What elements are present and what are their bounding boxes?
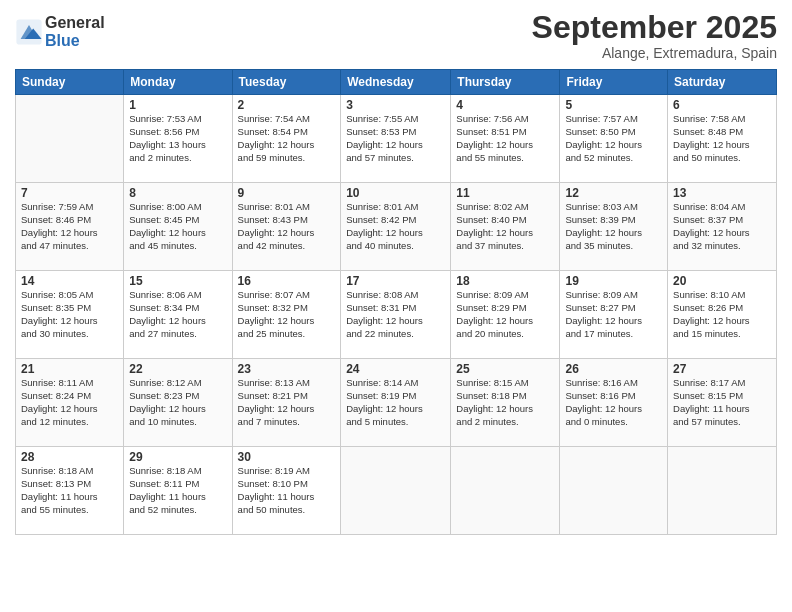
day-number: 2 [238,98,336,112]
calendar-header-saturday: Saturday [668,70,777,95]
day-number: 11 [456,186,554,200]
calendar-cell [451,447,560,535]
calendar-cell: 21Sunrise: 8:11 AM Sunset: 8:24 PM Dayli… [16,359,124,447]
logo-general-text: General [45,14,105,32]
day-number: 23 [238,362,336,376]
day-number: 10 [346,186,445,200]
calendar-week-2: 7Sunrise: 7:59 AM Sunset: 8:46 PM Daylig… [16,183,777,271]
day-info: Sunrise: 8:10 AM Sunset: 8:26 PM Dayligh… [673,289,771,340]
day-info: Sunrise: 7:55 AM Sunset: 8:53 PM Dayligh… [346,113,445,164]
day-number: 7 [21,186,118,200]
day-info: Sunrise: 8:17 AM Sunset: 8:15 PM Dayligh… [673,377,771,428]
logo: General Blue [15,14,105,49]
calendar-header-wednesday: Wednesday [341,70,451,95]
header: General Blue September 2025 Alange, Extr… [15,10,777,61]
day-info: Sunrise: 8:01 AM Sunset: 8:43 PM Dayligh… [238,201,336,252]
calendar-cell: 15Sunrise: 8:06 AM Sunset: 8:34 PM Dayli… [124,271,232,359]
calendar-table: SundayMondayTuesdayWednesdayThursdayFrid… [15,69,777,535]
day-number: 8 [129,186,226,200]
calendar-cell: 10Sunrise: 8:01 AM Sunset: 8:42 PM Dayli… [341,183,451,271]
calendar-cell: 24Sunrise: 8:14 AM Sunset: 8:19 PM Dayli… [341,359,451,447]
calendar-cell: 29Sunrise: 8:18 AM Sunset: 8:11 PM Dayli… [124,447,232,535]
calendar-cell: 12Sunrise: 8:03 AM Sunset: 8:39 PM Dayli… [560,183,668,271]
day-info: Sunrise: 8:01 AM Sunset: 8:42 PM Dayligh… [346,201,445,252]
calendar-header-tuesday: Tuesday [232,70,341,95]
calendar-cell: 18Sunrise: 8:09 AM Sunset: 8:29 PM Dayli… [451,271,560,359]
day-info: Sunrise: 8:18 AM Sunset: 8:11 PM Dayligh… [129,465,226,516]
day-info: Sunrise: 7:59 AM Sunset: 8:46 PM Dayligh… [21,201,118,252]
day-info: Sunrise: 8:08 AM Sunset: 8:31 PM Dayligh… [346,289,445,340]
day-number: 13 [673,186,771,200]
logo-icon [15,18,43,46]
day-number: 21 [21,362,118,376]
day-info: Sunrise: 8:03 AM Sunset: 8:39 PM Dayligh… [565,201,662,252]
calendar-header-friday: Friday [560,70,668,95]
day-info: Sunrise: 7:58 AM Sunset: 8:48 PM Dayligh… [673,113,771,164]
day-number: 9 [238,186,336,200]
day-info: Sunrise: 8:15 AM Sunset: 8:18 PM Dayligh… [456,377,554,428]
day-info: Sunrise: 8:14 AM Sunset: 8:19 PM Dayligh… [346,377,445,428]
day-number: 14 [21,274,118,288]
day-info: Sunrise: 8:11 AM Sunset: 8:24 PM Dayligh… [21,377,118,428]
day-info: Sunrise: 8:02 AM Sunset: 8:40 PM Dayligh… [456,201,554,252]
calendar-cell: 3Sunrise: 7:55 AM Sunset: 8:53 PM Daylig… [341,95,451,183]
calendar-header-monday: Monday [124,70,232,95]
calendar-cell: 14Sunrise: 8:05 AM Sunset: 8:35 PM Dayli… [16,271,124,359]
day-number: 16 [238,274,336,288]
day-info: Sunrise: 7:57 AM Sunset: 8:50 PM Dayligh… [565,113,662,164]
calendar-cell [16,95,124,183]
calendar-week-1: 1Sunrise: 7:53 AM Sunset: 8:56 PM Daylig… [16,95,777,183]
logo-blue-text: Blue [45,32,105,50]
calendar-header-row: SundayMondayTuesdayWednesdayThursdayFrid… [16,70,777,95]
calendar-cell: 26Sunrise: 8:16 AM Sunset: 8:16 PM Dayli… [560,359,668,447]
calendar-cell: 13Sunrise: 8:04 AM Sunset: 8:37 PM Dayli… [668,183,777,271]
day-info: Sunrise: 8:09 AM Sunset: 8:29 PM Dayligh… [456,289,554,340]
calendar-cell: 23Sunrise: 8:13 AM Sunset: 8:21 PM Dayli… [232,359,341,447]
calendar-cell [560,447,668,535]
calendar-cell: 11Sunrise: 8:02 AM Sunset: 8:40 PM Dayli… [451,183,560,271]
calendar-cell: 30Sunrise: 8:19 AM Sunset: 8:10 PM Dayli… [232,447,341,535]
day-number: 6 [673,98,771,112]
calendar-cell: 20Sunrise: 8:10 AM Sunset: 8:26 PM Dayli… [668,271,777,359]
day-info: Sunrise: 8:06 AM Sunset: 8:34 PM Dayligh… [129,289,226,340]
calendar-cell: 16Sunrise: 8:07 AM Sunset: 8:32 PM Dayli… [232,271,341,359]
day-info: Sunrise: 8:00 AM Sunset: 8:45 PM Dayligh… [129,201,226,252]
page: General Blue September 2025 Alange, Extr… [0,0,792,612]
day-info: Sunrise: 8:05 AM Sunset: 8:35 PM Dayligh… [21,289,118,340]
day-number: 5 [565,98,662,112]
day-info: Sunrise: 8:18 AM Sunset: 8:13 PM Dayligh… [21,465,118,516]
calendar-cell: 28Sunrise: 8:18 AM Sunset: 8:13 PM Dayli… [16,447,124,535]
day-info: Sunrise: 8:16 AM Sunset: 8:16 PM Dayligh… [565,377,662,428]
day-info: Sunrise: 7:53 AM Sunset: 8:56 PM Dayligh… [129,113,226,164]
day-info: Sunrise: 8:13 AM Sunset: 8:21 PM Dayligh… [238,377,336,428]
calendar-cell: 9Sunrise: 8:01 AM Sunset: 8:43 PM Daylig… [232,183,341,271]
calendar-cell: 7Sunrise: 7:59 AM Sunset: 8:46 PM Daylig… [16,183,124,271]
day-info: Sunrise: 7:54 AM Sunset: 8:54 PM Dayligh… [238,113,336,164]
day-info: Sunrise: 7:56 AM Sunset: 8:51 PM Dayligh… [456,113,554,164]
calendar-header-thursday: Thursday [451,70,560,95]
day-number: 19 [565,274,662,288]
day-number: 28 [21,450,118,464]
day-number: 29 [129,450,226,464]
calendar-week-5: 28Sunrise: 8:18 AM Sunset: 8:13 PM Dayli… [16,447,777,535]
calendar-cell: 22Sunrise: 8:12 AM Sunset: 8:23 PM Dayli… [124,359,232,447]
day-number: 3 [346,98,445,112]
calendar-cell [668,447,777,535]
calendar-cell: 25Sunrise: 8:15 AM Sunset: 8:18 PM Dayli… [451,359,560,447]
calendar-cell: 8Sunrise: 8:00 AM Sunset: 8:45 PM Daylig… [124,183,232,271]
day-number: 20 [673,274,771,288]
logo-text: General Blue [45,14,105,49]
calendar-cell: 5Sunrise: 7:57 AM Sunset: 8:50 PM Daylig… [560,95,668,183]
day-info: Sunrise: 8:09 AM Sunset: 8:27 PM Dayligh… [565,289,662,340]
calendar-cell: 1Sunrise: 7:53 AM Sunset: 8:56 PM Daylig… [124,95,232,183]
day-number: 25 [456,362,554,376]
calendar-cell: 19Sunrise: 8:09 AM Sunset: 8:27 PM Dayli… [560,271,668,359]
day-number: 24 [346,362,445,376]
day-number: 12 [565,186,662,200]
title-block: September 2025 Alange, Extremadura, Spai… [532,10,777,61]
calendar-cell: 6Sunrise: 7:58 AM Sunset: 8:48 PM Daylig… [668,95,777,183]
calendar-header-sunday: Sunday [16,70,124,95]
day-info: Sunrise: 8:04 AM Sunset: 8:37 PM Dayligh… [673,201,771,252]
day-info: Sunrise: 8:07 AM Sunset: 8:32 PM Dayligh… [238,289,336,340]
day-number: 17 [346,274,445,288]
